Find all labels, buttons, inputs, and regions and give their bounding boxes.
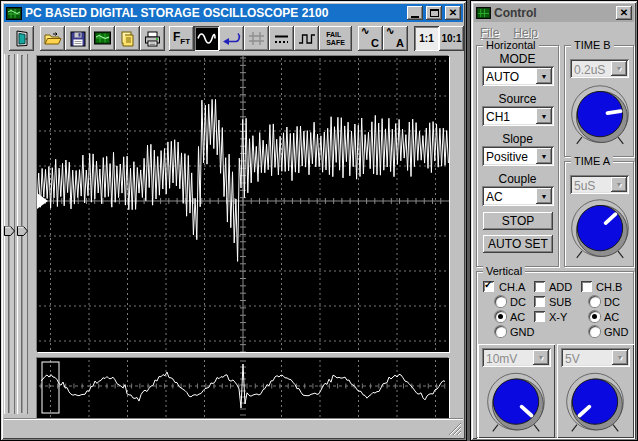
- probe-10-1-button[interactable]: 10:1: [439, 26, 464, 51]
- dotted-line-button[interactable]: [269, 26, 294, 51]
- ch-a-gnd-label: GND: [510, 326, 534, 338]
- couple-label: Couple: [477, 172, 558, 186]
- floppy-disk-icon: [70, 31, 86, 47]
- mode-value: AUTO: [486, 70, 519, 84]
- source-dropdown-arrow[interactable]: [536, 108, 552, 124]
- channel-b-position-slider[interactable]: [17, 54, 28, 414]
- save-button[interactable]: [65, 26, 90, 51]
- time-a-group: TIME A 5uS: [564, 161, 634, 267]
- mode-dropdown-arrow[interactable]: [536, 68, 552, 84]
- ch-a-checkbox[interactable]: [483, 281, 494, 292]
- fft-icon: FFT: [173, 31, 190, 46]
- cal-c-button[interactable]: ∿C: [358, 26, 383, 51]
- channel-a-position-slider[interactable]: [4, 54, 15, 414]
- mode-label: MODE: [477, 52, 558, 66]
- toolbar: FFT: [4, 24, 463, 53]
- ch-b-dc-radio[interactable]: [589, 296, 600, 307]
- fail-safe-button[interactable]: FAILSAFE: [319, 26, 352, 51]
- menu-help[interactable]: Help: [513, 26, 538, 40]
- control-window-title: Control: [494, 6, 613, 20]
- ch-b-volts-select[interactable]: 5V: [561, 348, 630, 367]
- ch-b-volts-knob[interactable]: [561, 371, 629, 436]
- ch-b-label: CH.B: [596, 281, 622, 293]
- undo-sweep-button[interactable]: [219, 26, 244, 51]
- time-b-knob[interactable]: [566, 82, 634, 150]
- ch-b-checkbox[interactable]: [581, 281, 592, 292]
- couple-dropdown-arrow[interactable]: [536, 188, 552, 204]
- resize-grip[interactable]: [448, 422, 462, 436]
- close-button[interactable]: ✕: [445, 6, 461, 20]
- ch-b-gnd-radio[interactable]: [589, 326, 600, 337]
- couple-select[interactable]: AC: [482, 186, 554, 206]
- close-icon: ✕: [449, 8, 457, 18]
- maximize-button[interactable]: [426, 6, 442, 20]
- time-a-knob[interactable]: [566, 196, 634, 264]
- channel-b-slider-thumb[interactable]: [17, 226, 28, 236]
- ch-a-volts-knob[interactable]: [482, 371, 550, 436]
- cal-a-icon: ∿A: [383, 26, 408, 51]
- stop-button[interactable]: STOP: [483, 212, 553, 230]
- xy-checkbox[interactable]: [534, 311, 545, 322]
- capture-button[interactable]: [90, 26, 115, 51]
- waveform-display-button[interactable]: [194, 26, 219, 51]
- auto-set-button[interactable]: AUTO SET: [483, 235, 553, 253]
- menu-file[interactable]: File: [480, 26, 499, 40]
- close-icon: ✕: [620, 8, 628, 18]
- ch-b-gnd-label: GND: [604, 326, 628, 338]
- time-b-select[interactable]: 0.2uS: [570, 59, 629, 78]
- blue-arrow-icon: [222, 31, 241, 46]
- open-button[interactable]: [40, 26, 65, 51]
- ch-a-ac-radio[interactable]: [495, 311, 506, 322]
- slope-select[interactable]: Positive: [482, 146, 554, 166]
- time-b-dropdown-arrow: [611, 61, 627, 76]
- fft-button[interactable]: FFT: [169, 26, 194, 51]
- ch-a-dc-radio[interactable]: [495, 296, 506, 307]
- printer-icon: [144, 31, 161, 47]
- ch-b-ac-radio[interactable]: [589, 311, 600, 322]
- main-titlebar: PC BASED DIGITAL STORAGE OSCILLOSCOPE 21…: [4, 4, 463, 22]
- add-checkbox[interactable]: [534, 281, 545, 292]
- channel-a-slider-thumb[interactable]: [4, 226, 15, 236]
- slope-value: Positive: [486, 150, 528, 164]
- minimize-button[interactable]: [407, 6, 423, 20]
- time-a-select[interactable]: 5uS: [570, 175, 629, 194]
- ch-b-volts-panel: 5V: [557, 344, 634, 438]
- ch-a-label: CH.A: [499, 281, 525, 293]
- add-label: ADD: [549, 281, 572, 293]
- sub-label: SUB: [549, 296, 572, 308]
- control-close-button[interactable]: ✕: [616, 6, 632, 20]
- ch-b-dc-label: DC: [604, 296, 620, 308]
- source-label: Source: [477, 92, 558, 106]
- copy-button[interactable]: [115, 26, 140, 51]
- source-select[interactable]: CH1: [482, 106, 554, 126]
- trigger-level-marker[interactable]: [37, 193, 48, 209]
- print-button[interactable]: [140, 26, 165, 51]
- knob-pointer: [607, 111, 620, 113]
- time-b-value: 0.2uS: [574, 63, 605, 77]
- mode-select[interactable]: AUTO: [482, 66, 554, 86]
- ch-a-volts-panel: 10mV: [478, 344, 555, 438]
- exit-door-icon: [13, 30, 31, 47]
- ch-a-volts-value: 10mV: [486, 352, 517, 366]
- ch-b-volts-dropdown-arrow: [612, 350, 628, 365]
- xy-label: X-Y: [549, 311, 567, 323]
- slope-dropdown-arrow[interactable]: [536, 148, 552, 164]
- square-wave-button[interactable]: [294, 26, 319, 51]
- ch-a-ac-label: AC: [510, 311, 525, 323]
- open-folder-icon: [44, 31, 62, 46]
- square-wave-icon: [298, 32, 316, 46]
- ch-a-gnd-radio[interactable]: [495, 326, 506, 337]
- sub-checkbox[interactable]: [534, 296, 545, 307]
- cal-c-icon: ∿C: [358, 26, 383, 51]
- overview-display: [37, 358, 449, 419]
- oscilloscope-window: PC BASED DIGITAL STORAGE OSCILLOSCOPE 21…: [0, 0, 467, 441]
- window-title: PC BASED DIGITAL STORAGE OSCILLOSCOPE 21…: [25, 6, 404, 20]
- ch-a-volts-select[interactable]: 10mV: [482, 348, 551, 367]
- exit-button[interactable]: [9, 26, 34, 51]
- scope-display: [37, 56, 449, 352]
- cal-a-button[interactable]: ∿A: [383, 26, 408, 51]
- grid-button[interactable]: [244, 26, 269, 51]
- maximize-icon: [430, 9, 439, 17]
- time-a-dropdown-arrow: [611, 177, 627, 192]
- probe-1-1-button[interactable]: 1:1: [414, 26, 439, 51]
